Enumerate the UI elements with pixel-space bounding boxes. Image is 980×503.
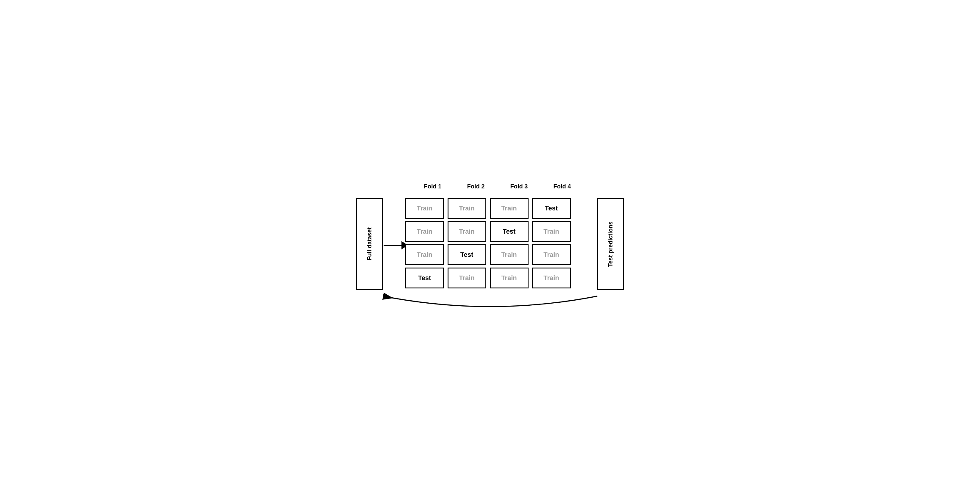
curved-return-arrow bbox=[356, 290, 624, 320]
full-dataset-label: Full dataset bbox=[366, 228, 373, 260]
fold3-row3: Train bbox=[490, 244, 528, 265]
fold4-row1: Test bbox=[532, 198, 571, 219]
fold3-row4: Train bbox=[490, 267, 528, 288]
arrow-line bbox=[383, 245, 401, 246]
fold4-row3: Train bbox=[532, 244, 571, 265]
fold-column-1: Train Train Train Test bbox=[405, 198, 444, 288]
folds-grid: Train Train Train Test Train Train Test … bbox=[405, 198, 571, 288]
fold3-row1: Train bbox=[490, 198, 528, 219]
fold2-row1: Train bbox=[448, 198, 486, 219]
fold2-row2: Train bbox=[448, 221, 486, 242]
fold1-row2: Train bbox=[405, 221, 444, 242]
fold2-row3: Test bbox=[448, 244, 486, 265]
fold2-row4: Train bbox=[448, 267, 486, 288]
fold-header-1: Fold 1 bbox=[414, 183, 452, 190]
full-dataset-box: Full dataset bbox=[356, 198, 383, 290]
fold1-row1: Train bbox=[405, 198, 444, 219]
fold-column-4: Test Train Train Train bbox=[532, 198, 571, 288]
fold1-row3: Train bbox=[405, 244, 444, 265]
fold-column-3: Train Test Train Train bbox=[490, 198, 528, 288]
fold3-row2: Test bbox=[490, 221, 528, 242]
right-arrow bbox=[383, 241, 408, 250]
test-predictions-box: Test predictions bbox=[597, 198, 624, 290]
diagram-container: Fold 1 Fold 2 Fold 3 Fold 4 Full dataset… bbox=[356, 183, 624, 320]
fold-headers: Fold 1 Fold 2 Fold 3 Fold 4 bbox=[411, 183, 584, 190]
fold4-row2: Train bbox=[532, 221, 571, 242]
test-predictions-label: Test predictions bbox=[607, 221, 614, 267]
fold-column-2: Train Train Test Train bbox=[448, 198, 486, 288]
fold1-row4: Test bbox=[405, 267, 444, 288]
fold-header-2: Fold 2 bbox=[457, 183, 495, 190]
fold4-row4: Train bbox=[532, 267, 571, 288]
fold-header-4: Fold 4 bbox=[543, 183, 582, 190]
fold-header-3: Fold 3 bbox=[500, 183, 538, 190]
